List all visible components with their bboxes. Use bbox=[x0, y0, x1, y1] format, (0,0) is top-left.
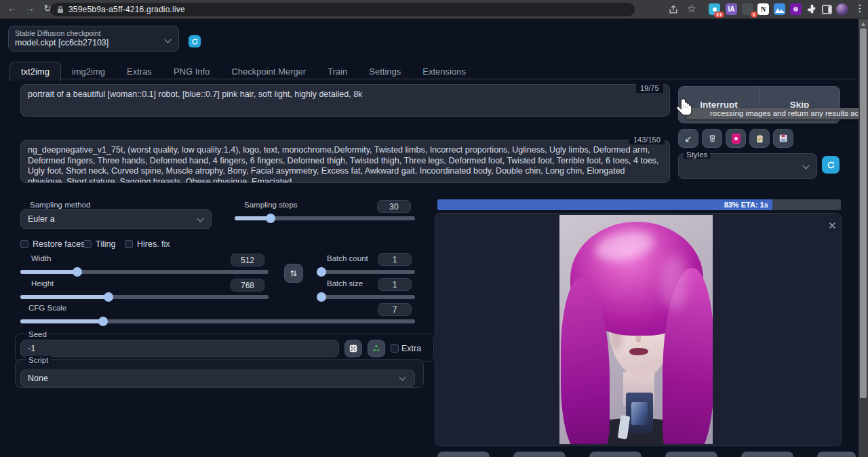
tab-img2img[interactable]: img2img bbox=[61, 62, 116, 81]
extension-badge: 21 bbox=[714, 12, 724, 18]
extension-notion-icon[interactable]: N bbox=[757, 3, 769, 15]
extra-networks-button[interactable] bbox=[726, 129, 746, 148]
browser-back-button[interactable]: ← bbox=[5, 3, 19, 14]
progress-text: 83% ETA: 1s bbox=[724, 201, 768, 209]
sampling-method-value: Euler a bbox=[28, 214, 55, 224]
checkpoint-refresh-button[interactable] bbox=[189, 35, 201, 47]
share-icon[interactable] bbox=[668, 4, 679, 15]
script-dropdown[interactable]: None bbox=[20, 370, 415, 387]
extension-cam-icon[interactable]: 1 bbox=[742, 3, 753, 15]
extension-ia-icon[interactable]: IA bbox=[726, 3, 737, 15]
width-slider[interactable] bbox=[20, 270, 269, 274]
send-to-inpaint-button[interactable] bbox=[741, 452, 793, 457]
apply-styles-button[interactable] bbox=[749, 129, 770, 148]
seed-input[interactable] bbox=[20, 340, 339, 357]
height-value[interactable]: 768 bbox=[231, 279, 264, 292]
page-scrollbar[interactable] bbox=[859, 19, 868, 457]
save-grid-button[interactable] bbox=[513, 452, 566, 457]
batch-size-value[interactable]: 1 bbox=[378, 278, 412, 291]
side-panel-icon[interactable] bbox=[821, 3, 833, 15]
profile-avatar[interactable] bbox=[836, 3, 848, 16]
card-icon bbox=[732, 134, 741, 144]
generated-image[interactable] bbox=[559, 215, 713, 444]
puzzle-glyph bbox=[807, 4, 817, 14]
url-text: 359e5b9a-a5ff-4216.gradio.live bbox=[68, 5, 185, 14]
progress-bar: 83% ETA: 1s bbox=[437, 199, 841, 210]
mouse-cursor bbox=[675, 97, 695, 119]
chevron-down-icon bbox=[803, 163, 810, 170]
extensions-puzzle-icon[interactable] bbox=[806, 3, 818, 15]
negative-prompt-input[interactable]: ng_deepnegative_v1_75t, (worst quality, … bbox=[20, 140, 670, 183]
send-to-extras-button[interactable] bbox=[817, 452, 856, 457]
refresh-icon bbox=[191, 38, 199, 45]
scrollbar-up-arrow[interactable] bbox=[859, 19, 868, 28]
negative-token-counter: 143/150 bbox=[629, 136, 665, 144]
zip-button[interactable] bbox=[589, 452, 642, 457]
tab-txt2img[interactable]: txt2img bbox=[9, 62, 61, 81]
tab-extras[interactable]: Extras bbox=[116, 62, 163, 81]
extra-seed-checkbox[interactable] bbox=[391, 344, 399, 353]
send-to-img2img-button[interactable] bbox=[665, 452, 717, 457]
height-slider[interactable] bbox=[20, 295, 269, 299]
tab-png-info[interactable]: PNG Info bbox=[163, 62, 220, 81]
batch-count-value[interactable]: 1 bbox=[378, 253, 412, 266]
clipboard-icon bbox=[755, 134, 764, 144]
address-bar[interactable]: 359e5b9a-a5ff-4216.gradio.live bbox=[50, 3, 635, 16]
batch-count-label: Batch count bbox=[324, 254, 371, 262]
checkpoint-value: model.ckpt [cc6cb27103] bbox=[15, 38, 108, 47]
prompt-input[interactable]: portrait of a beautiful [woman::0.1] rob… bbox=[20, 84, 670, 117]
checkpoint-label: Stable Diffusion checkpoint bbox=[15, 29, 100, 37]
arrow-down-left-icon: ↙ bbox=[685, 134, 692, 144]
tiling-checkbox[interactable] bbox=[83, 240, 92, 248]
save-button[interactable] bbox=[437, 452, 490, 457]
batch-count-slider[interactable] bbox=[319, 270, 415, 274]
clear-prompt-button[interactable] bbox=[702, 129, 722, 148]
tab-checkpoint-merger[interactable]: Checkpoint Merger bbox=[220, 62, 317, 81]
restore-faces-checkbox[interactable] bbox=[20, 240, 28, 248]
scrollbar-thumb[interactable] bbox=[860, 28, 867, 398]
close-icon[interactable]: ✕ bbox=[828, 220, 837, 232]
width-value[interactable]: 512 bbox=[231, 254, 264, 266]
tab-settings[interactable]: Settings bbox=[358, 62, 412, 81]
panel-glyph bbox=[822, 5, 832, 14]
reuse-seed-button[interactable] bbox=[368, 340, 385, 357]
sampling-steps-label: Sampling steps bbox=[241, 201, 300, 209]
chevron-down-icon bbox=[165, 37, 172, 43]
extension-pin-icon[interactable]: 21 bbox=[709, 3, 720, 15]
script-label: Script bbox=[26, 356, 51, 364]
hires-fix-checkbox[interactable] bbox=[125, 240, 133, 248]
cfg-scale-value[interactable]: 7 bbox=[378, 303, 412, 316]
extension-image-icon[interactable] bbox=[774, 3, 785, 15]
random-seed-button[interactable] bbox=[344, 340, 362, 357]
browser-forward-button[interactable]: → bbox=[23, 3, 37, 14]
browser-toolbar: ← → ↻ 359e5b9a-a5ff-4216.gradio.live ☆ 2… bbox=[0, 0, 868, 19]
tiling-label: Tiling bbox=[96, 239, 115, 249]
extra-seed-label: Extra bbox=[401, 344, 421, 353]
recycle-icon bbox=[372, 344, 381, 353]
extension-purple-icon[interactable] bbox=[790, 3, 802, 15]
cfg-scale-slider[interactable] bbox=[20, 319, 415, 323]
batch-size-slider[interactable] bbox=[319, 295, 415, 299]
tab-extensions[interactable]: Extensions bbox=[412, 62, 477, 81]
sampling-steps-value[interactable]: 30 bbox=[377, 200, 411, 213]
sampling-steps-slider[interactable] bbox=[235, 216, 415, 220]
swap-arrows-icon bbox=[289, 269, 298, 278]
browser-menu-icon[interactable]: ⋮ bbox=[855, 3, 865, 14]
portrait-robot-part bbox=[631, 402, 648, 425]
tab-train[interactable]: Train bbox=[317, 62, 358, 81]
pin-dot bbox=[713, 7, 717, 12]
styles-refresh-button[interactable] bbox=[822, 156, 840, 174]
batch-size-label: Batch size bbox=[324, 279, 366, 287]
purple-dot bbox=[793, 7, 798, 12]
height-label: Height bbox=[28, 279, 56, 287]
extension-badge: 1 bbox=[751, 12, 757, 18]
checkpoint-dropdown[interactable]: Stable Diffusion checkpoint model.ckpt [… bbox=[8, 26, 179, 52]
save-style-button[interactable] bbox=[773, 129, 793, 148]
hires-fix-label: Hires. fix bbox=[137, 239, 170, 249]
bookmark-star-icon[interactable]: ☆ bbox=[687, 3, 696, 15]
paste-params-button[interactable]: ↙ bbox=[678, 129, 698, 148]
prompt-token-counter: 19/75 bbox=[636, 84, 663, 93]
swap-dimensions-button[interactable] bbox=[284, 264, 303, 283]
lock-icon bbox=[57, 5, 64, 14]
sampling-method-dropdown[interactable]: Euler a bbox=[20, 209, 212, 229]
